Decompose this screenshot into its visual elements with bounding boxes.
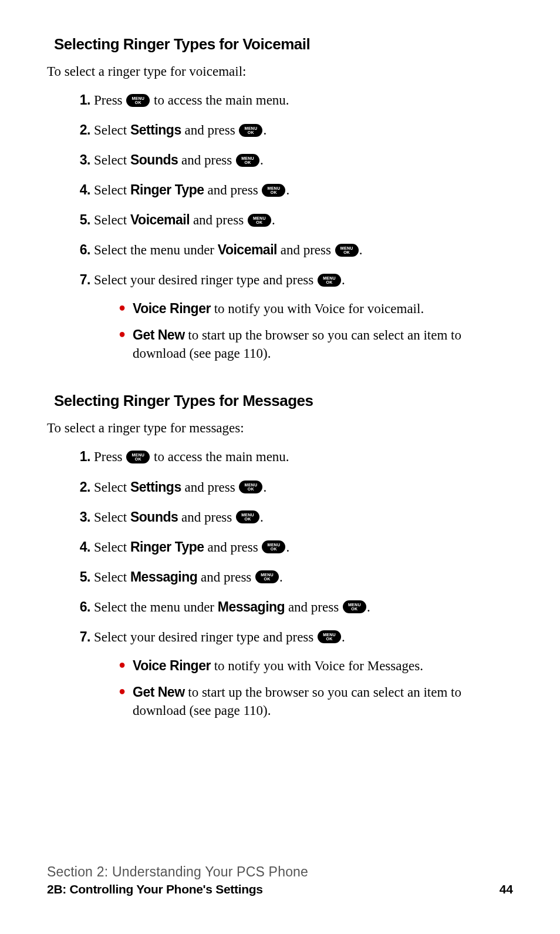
section: Selecting Ringer Types for VoicemailTo s… xyxy=(47,35,513,371)
step-number: 7. xyxy=(73,271,90,371)
step: 3.Select Sounds and press MENUOK. xyxy=(73,508,513,526)
step-number: 1. xyxy=(73,448,90,466)
step-body: Select your desired ringer type and pres… xyxy=(94,271,513,371)
menu-ok-button-icon: MENUOK xyxy=(239,124,262,137)
menu-ok-button-icon: MENUOK xyxy=(262,540,285,553)
menu-ok-button-icon: MENUOK xyxy=(335,244,359,257)
step-body: Select the menu under Messaging and pres… xyxy=(94,598,513,616)
step-body: Select your desired ringer type and pres… xyxy=(94,628,513,728)
step-number: 6. xyxy=(73,598,90,616)
step-body: Select Sounds and press MENUOK. xyxy=(94,508,513,526)
sub-keyword: Get New xyxy=(133,684,185,700)
step: 5.Select Voicemail and press MENUOK. xyxy=(73,211,513,229)
menu-ok-button-icon: MENUOK xyxy=(236,510,259,523)
step-keyword: Ringer Type xyxy=(130,182,204,197)
step-body: Press MENUOK to access the main menu. xyxy=(94,448,513,466)
sub-keyword: Voice Ringer xyxy=(133,658,211,673)
sub-keyword: Voice Ringer xyxy=(133,301,211,316)
step-body: Select the menu under Voicemail and pres… xyxy=(94,241,513,259)
menu-ok-button-icon: MENUOK xyxy=(239,481,262,493)
menu-ok-button-icon: MENUOK xyxy=(255,570,279,583)
sub-item: ●Voice Ringer to notify you with Voice f… xyxy=(119,657,513,675)
step: 2.Select Settings and press MENUOK. xyxy=(73,121,513,139)
bullet-icon: ● xyxy=(119,683,133,720)
step: 6.Select the menu under Messaging and pr… xyxy=(73,598,513,616)
step-body: Press MENUOK to access the main menu. xyxy=(94,91,513,109)
footer-section-title: Section 2: Understanding Your PCS Phone xyxy=(47,864,513,880)
step: 6.Select the menu under Voicemail and pr… xyxy=(73,241,513,259)
menu-ok-button-icon: MENUOK xyxy=(343,600,366,613)
step: 5.Select Messaging and press MENUOK. xyxy=(73,568,513,586)
sub-list: ●Voice Ringer to notify you with Voice f… xyxy=(119,300,513,362)
section-heading: Selecting Ringer Types for Messages xyxy=(54,392,513,410)
menu-ok-button-icon: MENUOK xyxy=(318,630,341,643)
step: 4.Select Ringer Type and press MENUOK. xyxy=(73,538,513,556)
step: 3.Select Sounds and press MENUOK. xyxy=(73,151,513,169)
step-keyword: Sounds xyxy=(130,509,178,525)
sub-item: ●Voice Ringer to notify you with Voice f… xyxy=(119,300,513,318)
section-intro: To select a ringer type for voicemail: xyxy=(47,64,513,79)
step-keyword: Messaging xyxy=(130,569,197,584)
step-keyword: Settings xyxy=(130,479,181,495)
step-number: 3. xyxy=(73,151,90,169)
step-keyword: Voicemail xyxy=(130,212,190,227)
sub-item: ●Get New to start up the browser so you … xyxy=(119,326,513,362)
step: 7.Select your desired ringer type and pr… xyxy=(73,628,513,728)
step-body: Select Settings and press MENUOK. xyxy=(94,478,513,496)
menu-ok-button-icon: MENUOK xyxy=(126,451,150,463)
step-number: 3. xyxy=(73,508,90,526)
step-number: 2. xyxy=(73,121,90,139)
sub-item: ●Get New to start up the browser so you … xyxy=(119,683,513,720)
step-body: Select Voicemail and press MENUOK. xyxy=(94,211,513,229)
step-keyword: Voicemail xyxy=(218,242,277,257)
section: Selecting Ringer Types for MessagesTo se… xyxy=(47,392,513,727)
bullet-icon: ● xyxy=(119,300,133,318)
step: 1.Press MENUOK to access the main menu. xyxy=(73,91,513,109)
sub-list: ●Voice Ringer to notify you with Voice f… xyxy=(119,657,513,720)
sub-body: Get New to start up the browser so you c… xyxy=(133,683,513,720)
step-number: 6. xyxy=(73,241,90,259)
step-list: 1.Press MENUOK to access the main menu.2… xyxy=(73,448,513,727)
step-number: 4. xyxy=(73,181,90,199)
sub-keyword: Get New xyxy=(133,327,185,342)
step-number: 4. xyxy=(73,538,90,556)
step-body: Select Ringer Type and press MENUOK. xyxy=(94,181,513,199)
page-number: 44 xyxy=(500,882,513,896)
step-list: 1.Press MENUOK to access the main menu.2… xyxy=(73,91,513,371)
step: 1.Press MENUOK to access the main menu. xyxy=(73,448,513,466)
menu-ok-button-icon: MENUOK xyxy=(236,154,259,167)
step-keyword: Sounds xyxy=(130,152,178,167)
bullet-icon: ● xyxy=(119,657,133,675)
step-number: 7. xyxy=(73,628,90,728)
section-heading: Selecting Ringer Types for Voicemail xyxy=(54,35,513,53)
step-number: 2. xyxy=(73,478,90,496)
menu-ok-button-icon: MENUOK xyxy=(318,274,341,287)
step: 2.Select Settings and press MENUOK. xyxy=(73,478,513,496)
sub-body: Voice Ringer to notify you with Voice fo… xyxy=(133,300,513,318)
step-keyword: Settings xyxy=(130,122,181,137)
menu-ok-button-icon: MENUOK xyxy=(262,184,285,197)
menu-ok-button-icon: MENUOK xyxy=(126,94,150,107)
page-footer: Section 2: Understanding Your PCS Phone … xyxy=(47,864,513,896)
step-keyword: Ringer Type xyxy=(130,539,204,555)
step-body: Select Ringer Type and press MENUOK. xyxy=(94,538,513,556)
sub-body: Get New to start up the browser so you c… xyxy=(133,326,513,362)
sub-body: Voice Ringer to notify you with Voice fo… xyxy=(133,657,513,675)
step-number: 5. xyxy=(73,568,90,586)
step-number: 1. xyxy=(73,91,90,109)
step-body: Select Settings and press MENUOK. xyxy=(94,121,513,139)
step-keyword: Messaging xyxy=(218,599,285,614)
step: 7.Select your desired ringer type and pr… xyxy=(73,271,513,371)
section-intro: To select a ringer type for messages: xyxy=(47,421,513,436)
footer-subsection-title: 2B: Controlling Your Phone's Settings xyxy=(47,882,263,896)
menu-ok-button-icon: MENUOK xyxy=(248,214,271,227)
step-body: Select Sounds and press MENUOK. xyxy=(94,151,513,169)
step-body: Select Messaging and press MENUOK. xyxy=(94,568,513,586)
bullet-icon: ● xyxy=(119,326,133,362)
page-content: Selecting Ringer Types for VoicemailTo s… xyxy=(47,35,513,728)
step: 4.Select Ringer Type and press MENUOK. xyxy=(73,181,513,199)
step-number: 5. xyxy=(73,211,90,229)
